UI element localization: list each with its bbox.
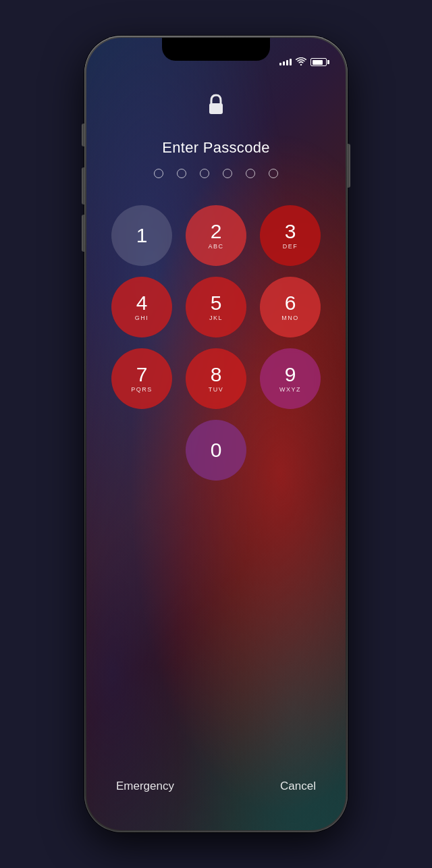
passcode-dot-4: [223, 169, 232, 178]
battery-icon: [310, 58, 327, 66]
power-button[interactable]: [348, 144, 350, 188]
key-5[interactable]: 5 JKL: [186, 277, 246, 337]
bottom-actions: Emergency Cancel: [86, 780, 346, 793]
passcode-dot-2: [177, 169, 186, 178]
signal-bar-1: [279, 63, 281, 65]
key-0[interactable]: 0: [186, 420, 246, 481]
signal-icon: [279, 59, 292, 65]
key-4[interactable]: 4 GHI: [111, 277, 172, 337]
wifi-icon: [296, 57, 306, 67]
signal-bar-2: [283, 61, 285, 65]
passcode-dot-5: [246, 169, 255, 178]
passcode-dot-6: [269, 169, 278, 178]
key-7[interactable]: 7 PQRS: [111, 348, 172, 409]
emergency-button[interactable]: Emergency: [116, 780, 174, 793]
keypad-row-3: 7 PQRS 8 TUV 9 WXYZ: [111, 348, 321, 409]
volume-down-button[interactable]: [82, 215, 84, 252]
keypad: 1 2 ABC 3 DEF 4 GHI: [111, 205, 321, 481]
passcode-dot-1: [154, 169, 163, 178]
key-9[interactable]: 9 WXYZ: [260, 348, 321, 409]
battery-fill: [313, 60, 323, 65]
status-icons: [279, 57, 327, 67]
key-6[interactable]: 6 MNO: [260, 277, 321, 337]
passcode-dot-3: [200, 169, 209, 178]
passcode-title: Enter Passcode: [162, 139, 270, 157]
volume-up-button[interactable]: [82, 167, 84, 205]
svg-rect-0: [209, 103, 223, 114]
lock-section: [205, 92, 227, 123]
signal-bar-4: [290, 59, 292, 65]
keypad-row-2: 4 GHI 5 JKL 6 MNO: [111, 277, 321, 337]
passcode-dots: [154, 169, 278, 178]
cancel-button[interactable]: Cancel: [280, 780, 316, 793]
key-2[interactable]: 2 ABC: [186, 205, 246, 266]
keypad-row-1: 1 2 ABC 3 DEF: [111, 205, 321, 266]
phone-frame: Enter Passcode 1 2 ABC: [84, 36, 348, 832]
key-3[interactable]: 3 DEF: [260, 205, 321, 266]
phone-screen: Enter Passcode 1 2 ABC: [86, 38, 346, 830]
key-8[interactable]: 8 TUV: [186, 348, 246, 409]
notch: [162, 38, 270, 61]
screen-content: Enter Passcode 1 2 ABC: [86, 72, 346, 830]
key-1[interactable]: 1: [111, 205, 172, 266]
lock-icon: [205, 92, 227, 123]
keypad-row-0: 0: [186, 420, 246, 481]
signal-bar-3: [286, 60, 288, 65]
mute-button[interactable]: [82, 124, 84, 146]
